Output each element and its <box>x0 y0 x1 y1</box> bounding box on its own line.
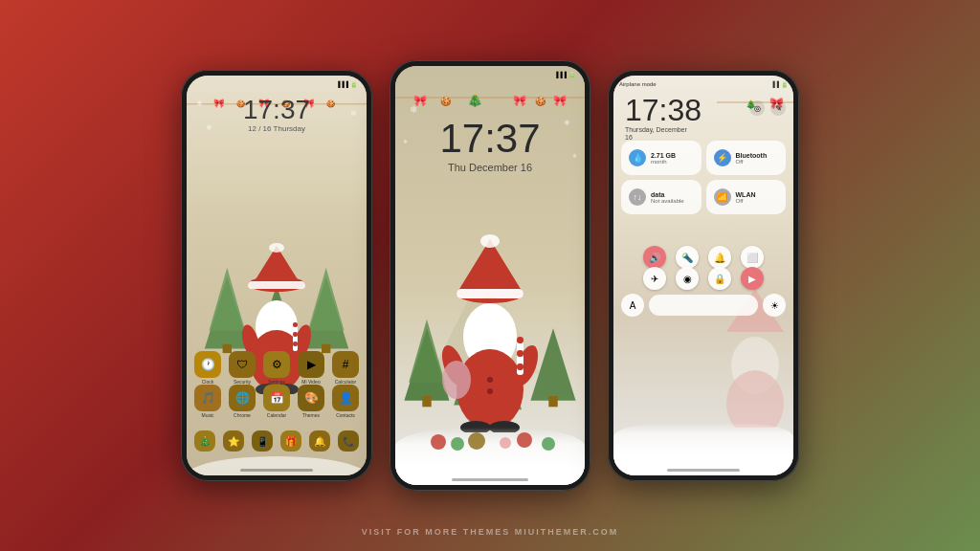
phone3-snow-ground <box>613 423 793 475</box>
contacts-label: Contacts <box>336 412 355 418</box>
app-chrome[interactable]: 🌐 Chrome <box>229 385 256 418</box>
flashlight-button[interactable]: 🔦 <box>676 246 699 269</box>
bluetooth-tile-text: Bluetooth Off <box>736 152 768 165</box>
battery-icon: 🔋 <box>350 81 357 88</box>
svg-point-60 <box>487 377 493 383</box>
wifi-tile-sub: Off <box>736 198 756 204</box>
phone1: ▐▐▐ 🔋 17:37 12 / 16 Thursday 🎀 🎀 🎀 🍪 🍪 <box>181 70 372 481</box>
ornaments <box>424 423 568 452</box>
bluetooth-tile-icon: ⚡ <box>714 149 731 166</box>
chrome-icon: 🌐 <box>229 385 256 411</box>
phone3-clock: 17:38 <box>625 95 702 125</box>
phone1-time-display: 17:37 12 / 16 Thursday <box>187 97 367 133</box>
phone1-status-bar: ▐▐▐ 🔋 <box>187 76 367 93</box>
svg-rect-56 <box>517 337 523 343</box>
qs-tile-wlan[interactable]: 📶 WLAN Off <box>706 180 787 214</box>
brightness-low-icon[interactable]: A <box>621 294 644 317</box>
home-indicator2 <box>452 478 527 481</box>
svg-text:🎀: 🎀 <box>553 94 568 107</box>
app-security[interactable]: 🛡 Security <box>229 351 256 385</box>
calendar-label: Calendar <box>267 412 286 418</box>
app-calendar[interactable]: 📅 Calendar <box>263 385 290 418</box>
svg-point-67 <box>500 437 511 449</box>
water-tile-icon: 💧 <box>629 149 646 166</box>
app-settings[interactable]: ⚙ Settings <box>263 351 290 385</box>
camera-action-icon[interactable]: ◎ <box>749 100 765 116</box>
brightness-high-icon[interactable]: ☀ <box>763 294 786 317</box>
misc5-icon: 🔔 <box>309 430 330 452</box>
bluetooth-tile-title: Bluetooth <box>736 152 768 159</box>
security-icon: 🛡 <box>229 351 256 378</box>
svg-rect-43 <box>422 396 431 407</box>
music-label: Music <box>201 412 213 418</box>
svg-rect-49 <box>457 289 523 298</box>
app-misc3[interactable]: 📱 <box>252 430 273 452</box>
svg-text:🎄: 🎄 <box>467 92 483 108</box>
app-misc6[interactable]: 📞 <box>338 430 359 452</box>
airplane-mode-label: Airplane mode <box>619 81 657 87</box>
svg-rect-57 <box>517 350 523 357</box>
phone3-wrapper: Airplane mode ▐▐ 🔋 17:38 Thursday, Decem… <box>608 70 799 481</box>
phone3-time-display: 17:38 Thursday, December 16 <box>625 95 702 141</box>
phone2-wrapper: ▐▐▐ 🔋 🎀 🎄 🎀 🎀 🍪 🍪 ❄ ❄ ❄ ❄ 17:37 <box>390 60 590 491</box>
app-themes[interactable]: 🎨 Themes <box>298 385 324 418</box>
apps-row1: 🕐 Clock 🛡 Security ⚙ Settings ▶ Mi Video… <box>187 351 367 385</box>
quick-settings-grid: 💧 2.71 GB month ⚡ Bluetooth Off ↑ <box>621 141 786 214</box>
app-misc2[interactable]: ⭐ <box>223 430 244 452</box>
chrome-label: Chrome <box>234 412 251 418</box>
screen-button[interactable]: ⬜ <box>741 246 764 269</box>
phone2-clock: 17:37 <box>395 119 585 159</box>
notification-button[interactable]: 🔔 <box>708 246 731 269</box>
misc2-icon: ⭐ <box>223 430 244 452</box>
svg-point-50 <box>480 234 500 248</box>
edit-action-icon[interactable]: ✎ <box>770 100 786 116</box>
phone2: ▐▐▐ 🔋 🎀 🎄 🎀 🎀 🍪 🍪 ❄ ❄ ❄ ❄ 17:37 <box>390 60 590 491</box>
phone2-gnome <box>433 231 547 432</box>
water-tile-text: 2.71 GB month <box>651 152 676 165</box>
svg-text:🍪: 🍪 <box>535 96 546 107</box>
phone2-time-display: 17:37 Thu December 16 <box>395 119 585 173</box>
app-misc4[interactable]: 🎁 <box>280 430 301 452</box>
airplane-button[interactable]: ✈ <box>643 267 666 290</box>
app-clock[interactable]: 🕐 Clock <box>194 351 221 385</box>
wifi-tile-icon: 📶 <box>714 188 731 206</box>
svg-point-65 <box>451 437 464 451</box>
svg-rect-16 <box>293 332 298 337</box>
mobile-data-title: data <box>651 191 684 198</box>
qs-tile-bluetooth[interactable]: ⚡ Bluetooth Off <box>706 141 787 175</box>
lock-button[interactable]: 🔒 <box>708 267 731 290</box>
brightness-slider[interactable] <box>649 295 758 316</box>
app-calculator[interactable]: # Calculator <box>332 351 359 385</box>
misc1-icon: 🎄 <box>194 430 215 452</box>
wifi-tile-title: WLAN <box>736 191 756 198</box>
phone3-date: Thursday, December <box>625 126 702 133</box>
misc6-icon: 📞 <box>338 430 359 452</box>
controls-row2: ✈ ◉ 🔒 ▶ <box>613 267 793 290</box>
themes-icon: 🎨 <box>298 385 324 411</box>
app-misc5[interactable]: 🔔 <box>309 430 330 452</box>
bluetooth-tile-sub: Off <box>736 159 768 165</box>
svg-point-64 <box>431 434 446 450</box>
apps-row2: 🎵 Music 🌐 Chrome 📅 Calendar 🎨 Themes 👤 <box>187 385 367 418</box>
qs-tile-mobile-data[interactable]: ↑↓ data Not available <box>621 180 702 214</box>
signal2-icon: ▐▐▐ <box>554 72 567 77</box>
qs-tile-data[interactable]: 💧 2.71 GB month <box>621 141 702 175</box>
phone3-top-actions: ◎ ✎ <box>749 100 786 116</box>
battery3-icon: 🔋 <box>781 81 788 88</box>
svg-point-61 <box>487 388 493 394</box>
app-music[interactable]: 🎵 Music <box>194 385 221 418</box>
mobile-data-tile-text: data Not available <box>651 191 684 204</box>
sound-button[interactable]: 🔊 <box>643 246 666 269</box>
mobile-data-tile-icon: ↑↓ <box>629 188 646 206</box>
banner2-decoration: 🎀 🎄 🎀 🎀 🍪 🍪 <box>395 83 585 112</box>
app-mivideo[interactable]: ▶ Mi Video <box>298 351 324 385</box>
app-contacts[interactable]: 👤 Contacts <box>332 385 359 418</box>
music-icon: 🎵 <box>194 385 221 411</box>
controls-row1: 🔊 🔦 🔔 ⬜ <box>613 246 793 269</box>
eye-button[interactable]: ◉ <box>676 267 699 290</box>
nav-button[interactable]: ▶ <box>741 267 764 290</box>
app-misc1[interactable]: 🎄 <box>194 430 215 452</box>
water-tile-sub: month <box>651 159 676 165</box>
battery2-icon: 🔋 <box>568 72 575 78</box>
phone2-date: Thu December 16 <box>395 162 585 173</box>
